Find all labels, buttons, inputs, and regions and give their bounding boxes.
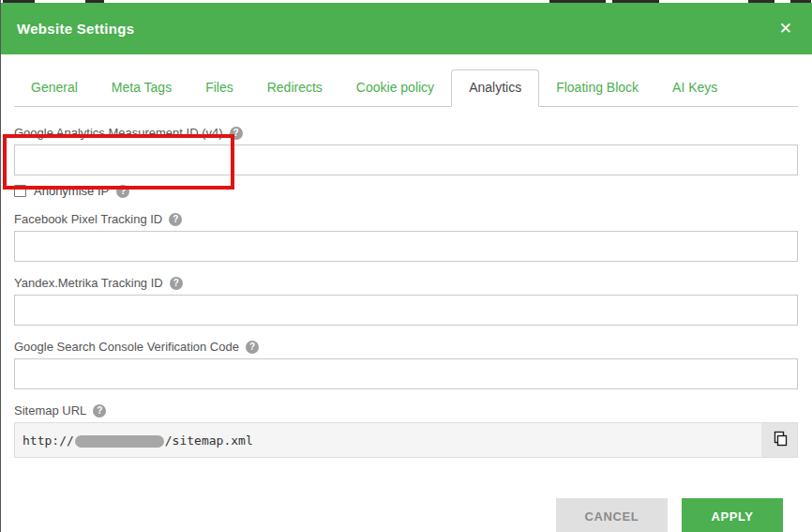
redacted-domain (75, 435, 164, 448)
sitemap-url-suffix: /sitemap.xml (165, 433, 253, 448)
tab-bar: General Meta Tags Files Redirects Cookie… (14, 54, 798, 107)
help-icon[interactable]: ? (93, 404, 106, 418)
help-icon[interactable]: ? (230, 127, 243, 140)
search-console-input[interactable] (14, 358, 798, 389)
field-group-search-console: Google Search Console Verification Code … (14, 340, 798, 389)
clipped-background-text (85, 0, 104, 3)
sitemap-url-field: http:///sitemap.xml (14, 422, 798, 458)
clipped-background-text (612, 0, 659, 3)
tab-meta-tags[interactable]: Meta Tags (95, 70, 188, 106)
clipped-background-text (549, 0, 606, 3)
background-page-strip (1, 0, 812, 3)
cancel-button[interactable]: CANCEL (556, 498, 668, 532)
clipped-background-text (3, 0, 35, 3)
modal-title: Website Settings (17, 21, 134, 37)
help-icon[interactable]: ? (170, 277, 183, 290)
sitemap-url-value: http:///sitemap.xml (15, 423, 761, 457)
copy-icon (772, 431, 788, 449)
tab-ai-keys[interactable]: AI Keys (655, 70, 734, 106)
website-settings-modal: Website Settings ✕ General Meta Tags Fil… (0, 0, 812, 532)
modal-footer: CANCEL APPLY (14, 498, 798, 532)
yandex-metrika-input[interactable] (14, 295, 798, 326)
tab-general[interactable]: General (14, 70, 95, 106)
analytics-tab-panel: Google Analytics Measurement ID (v4) ? A… (1, 126, 812, 532)
field-group-yandex: Yandex.Metrika Tracking ID ? (14, 276, 798, 326)
facebook-pixel-label: Facebook Pixel Tracking ID (14, 212, 162, 226)
ga-measurement-id-input[interactable] (14, 144, 798, 175)
help-icon[interactable]: ? (246, 341, 259, 354)
facebook-pixel-input[interactable] (14, 231, 798, 262)
search-console-label: Google Search Console Verification Code (14, 340, 239, 354)
sitemap-url-prefix: http:// (23, 433, 74, 448)
apply-button[interactable]: APPLY (682, 498, 783, 532)
tab-redirects[interactable]: Redirects (250, 70, 339, 106)
field-group-facebook: Facebook Pixel Tracking ID ? (14, 212, 798, 262)
field-group-ga: Google Analytics Measurement ID (v4) ? (14, 126, 798, 175)
close-icon[interactable]: ✕ (775, 19, 796, 38)
sitemap-url-label: Sitemap URL (14, 403, 86, 418)
tab-floating-block[interactable]: Floating Block (539, 70, 655, 106)
copy-button[interactable] (761, 423, 797, 457)
tab-files[interactable]: Files (188, 70, 250, 106)
tab-cookie-policy[interactable]: Cookie policy (339, 70, 451, 106)
field-group-sitemap: Sitemap URL ? http:///sitemap.xml (14, 403, 798, 458)
help-icon[interactable]: ? (169, 213, 182, 226)
clipped-background-text (790, 0, 811, 3)
ga-measurement-id-label: Google Analytics Measurement ID (v4) (14, 126, 223, 140)
help-icon[interactable]: ? (116, 185, 129, 198)
anonymise-ip-label: Anonymise IP (34, 184, 109, 198)
tab-analytics[interactable]: Analytics (451, 69, 539, 107)
anonymise-ip-row: Anonymise IP ? (14, 184, 798, 198)
anonymise-ip-checkbox[interactable] (14, 185, 26, 197)
clipped-background-text (748, 0, 774, 3)
modal-header: Website Settings ✕ (1, 3, 812, 54)
yandex-metrika-label: Yandex.Metrika Tracking ID (14, 276, 163, 290)
